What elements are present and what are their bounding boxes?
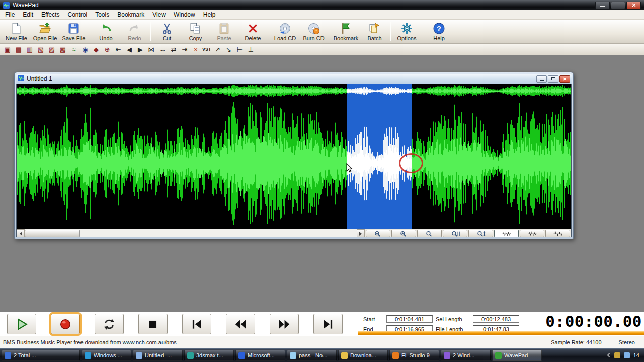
zoom-selection-button[interactable] <box>443 230 467 237</box>
close-button[interactable] <box>626 2 641 9</box>
menu-edit[interactable]: Edit <box>19 11 37 19</box>
document-minimize-button[interactable] <box>536 75 547 83</box>
scrub-icon[interactable]: ◉ <box>80 44 90 55</box>
paste-mix-icon[interactable]: ▥ <box>25 44 34 55</box>
taskbar-item-label: 2 Total ... <box>14 352 36 358</box>
vst-icon[interactable]: VST <box>202 44 211 55</box>
play-small-icon[interactable]: ▶ <box>136 44 145 55</box>
copy-to-new-icon[interactable]: ▣ <box>3 44 12 55</box>
taskbar-item-fl-studio-9[interactable]: FL Studio 9 <box>389 350 439 361</box>
stop-button[interactable] <box>138 314 168 334</box>
menu-view[interactable]: View <box>148 11 170 19</box>
tray-settings-icon[interactable] <box>614 352 620 358</box>
minimize-button[interactable] <box>595 2 610 9</box>
go-start-icon[interactable]: ⇤ <box>114 44 123 55</box>
menu-effects[interactable]: Effects <box>37 11 63 19</box>
document-maximize-button[interactable] <box>548 75 558 83</box>
horizontal-scrollbar[interactable] <box>17 229 365 237</box>
taskbar-item-3dsmax-t[interactable]: 3dsmax t... <box>184 350 234 361</box>
loop-button[interactable] <box>95 314 124 334</box>
save-file-button[interactable]: Save File <box>59 20 88 43</box>
prev-icon[interactable]: ◀ <box>125 44 134 55</box>
sel-length-field[interactable]: 0:00:12.483 <box>473 315 519 323</box>
menu-file[interactable]: File <box>1 11 19 19</box>
taskbar-item-untitled[interactable]: Untitled -... <box>133 350 183 361</box>
swap-icon[interactable]: ⇄ <box>169 44 178 55</box>
new-file-button[interactable]: New File <box>2 20 31 43</box>
marker-icon[interactable]: ◆ <box>92 44 101 55</box>
open-file-icon <box>39 22 51 35</box>
paste-insert-icon[interactable]: ▤ <box>14 44 23 55</box>
rewind-button[interactable] <box>226 314 255 334</box>
scroll-right-button[interactable] <box>357 229 365 237</box>
skip-end-button[interactable] <box>313 314 343 334</box>
taskbar-item-pass-no[interactable]: pass - No... <box>287 350 337 361</box>
delete-label: Delete <box>245 35 261 41</box>
tray-network-icon[interactable] <box>624 352 630 358</box>
status-message[interactable]: BMS Business Music Player free download … <box>3 339 177 345</box>
redo-button[interactable]: Redo <box>120 20 149 43</box>
taskbar-item-wavepad[interactable]: WavePad <box>492 350 542 361</box>
help-button[interactable]: ?Help <box>425 20 453 43</box>
trim-icon[interactable]: ▧ <box>36 44 45 55</box>
fade-out-icon[interactable]: ↘ <box>224 44 233 55</box>
menu-tools[interactable]: Tools <box>91 11 113 19</box>
taskbar-item-windows[interactable]: Windows ... <box>82 350 131 361</box>
go-end-icon[interactable]: ⇥ <box>180 44 189 55</box>
tools-toolbar: ▣▤▥▧▨▩≈◉◆⊕⇤◀▶⋈↔⇄⇥×VST↗↘⊢⊥ <box>0 44 644 55</box>
level-icon[interactable]: ⊢ <box>235 44 245 55</box>
delete-small-icon[interactable]: × <box>191 44 200 55</box>
waveform-main[interactable] <box>17 98 571 229</box>
view-wave-medium-button[interactable] <box>520 230 544 237</box>
fast-forward-button[interactable] <box>270 314 299 334</box>
scroll-left-button[interactable] <box>17 229 25 237</box>
taskbar-item-icon <box>136 352 142 359</box>
close-icon <box>631 3 636 8</box>
undo-button[interactable]: Undo <box>92 20 120 43</box>
fade-in-icon[interactable]: ↗ <box>213 44 222 55</box>
zoom-in-button[interactable] <box>391 230 416 237</box>
open-file-button[interactable]: Open File <box>31 20 59 43</box>
view-wave-small-button[interactable] <box>494 230 519 237</box>
scroll-thumb[interactable] <box>25 230 80 237</box>
start-field[interactable]: 0:01:04.481 <box>386 315 433 323</box>
load-cd-button[interactable]: Load CD <box>271 20 299 43</box>
batch-button[interactable]: Batch <box>360 20 389 43</box>
zoom-out-button[interactable] <box>366 230 390 237</box>
play-button[interactable] <box>7 314 36 334</box>
anchor-icon[interactable]: ⊥ <box>247 44 256 55</box>
burn-cd-button[interactable]: Burn CD <box>299 20 328 43</box>
loop-small-icon[interactable]: ↔ <box>158 44 167 55</box>
paste-button[interactable]: Paste <box>210 20 238 43</box>
tray-expand-icon[interactable] <box>607 351 611 360</box>
zoom-normal-button[interactable] <box>417 230 442 237</box>
envelope-icon[interactable]: ≈ <box>69 44 78 55</box>
taskbar-item-downloa[interactable]: Downloa... <box>338 350 388 361</box>
record-button[interactable] <box>51 314 80 334</box>
bookmark-button[interactable]: Bookmark <box>332 20 360 43</box>
burn-cd-label: Burn CD <box>303 35 324 41</box>
document-titlebar[interactable]: Untitled 1 <box>16 74 572 84</box>
delete-button[interactable]: Delete <box>238 20 267 43</box>
options-button[interactable]: Options <box>392 20 421 43</box>
scroll-track[interactable] <box>80 229 357 237</box>
skip-start-button[interactable] <box>182 314 211 334</box>
waveform-overview[interactable] <box>17 84 571 98</box>
menu-control[interactable]: Control <box>64 11 92 19</box>
join-icon[interactable]: ⊕ <box>103 44 112 55</box>
zoom-vertical-button[interactable] <box>468 230 493 237</box>
cut-button[interactable]: Cut <box>152 20 181 43</box>
document-close-button[interactable] <box>559 75 570 83</box>
copy-button[interactable]: Copy <box>181 20 210 43</box>
menu-window[interactable]: Window <box>170 11 199 19</box>
menu-bookmark[interactable]: Bookmark <box>113 11 148 19</box>
splice-icon[interactable]: ⋈ <box>147 44 156 55</box>
taskbar-item-2-total[interactable]: 2 Total ... <box>2 350 80 361</box>
silence-icon[interactable]: ▩ <box>58 44 67 55</box>
maximize-button[interactable] <box>611 2 625 9</box>
taskbar-item-microsoft[interactable]: Microsoft... <box>235 350 285 361</box>
view-wave-large-button[interactable] <box>545 230 570 237</box>
taskbar-item-2-wind[interactable]: 2 Wind... <box>441 350 491 361</box>
menu-help[interactable]: Help <box>199 11 220 19</box>
crop-icon[interactable]: ▨ <box>47 44 56 55</box>
